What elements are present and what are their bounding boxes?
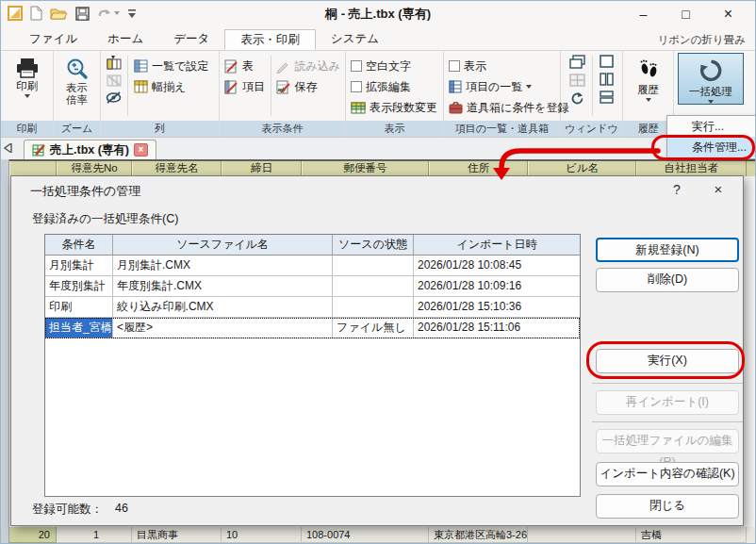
view-cond-save-button[interactable]: 保存 <box>273 76 343 97</box>
open-file-icon[interactable] <box>50 7 68 20</box>
view-cond-table-button[interactable]: 表 <box>222 56 268 76</box>
item-list-button[interactable]: 項目の一覧 <box>446 76 572 97</box>
tile-windows-icon[interactable] <box>569 74 585 87</box>
ribbon-collapse-button[interactable]: リボンの折り畳み <box>657 33 746 47</box>
delete-column-icon[interactable] <box>107 74 122 87</box>
cascade-windows-icon[interactable] <box>569 55 585 69</box>
cell-address[interactable]: 東京都港区高輪3-26 <box>429 527 528 543</box>
cell-source-file[interactable]: 月別集計.CMX <box>113 256 333 275</box>
tab-data[interactable]: データ <box>158 29 224 50</box>
insert-column-icon[interactable] <box>107 56 122 70</box>
cell-condition-name[interactable]: 月別集計 <box>45 256 113 275</box>
zoom-ratio-button[interactable]: 表示倍率 <box>56 53 98 107</box>
header-condition-name[interactable]: 条件名 <box>45 235 113 255</box>
menu-item-condition-manage[interactable]: 条件管理... <box>667 137 756 157</box>
cell-import-time[interactable]: 2026/01/28 10:09:16 <box>414 276 580 296</box>
header-import-time[interactable]: インポート日時 <box>414 235 580 255</box>
maximize-window-icon[interactable] <box>600 55 614 68</box>
new-register-button[interactable]: 新規登録(N) <box>596 238 739 262</box>
close-button[interactable]: × <box>707 1 749 27</box>
cell-condition-name[interactable]: 担当者_宮橋 <box>45 318 113 338</box>
tab-home[interactable]: ホーム <box>92 29 158 50</box>
extended-edit-checkbox[interactable]: 拡張編集 <box>348 76 440 97</box>
dialog-close-button[interactable]: × <box>707 180 730 199</box>
cell-customer-name[interactable]: 目黒商事 <box>132 527 222 543</box>
tab-system[interactable]: システム <box>316 29 394 50</box>
confirm-import-button[interactable]: インポート内容の確認(K) <box>596 462 739 486</box>
delete-button[interactable]: 削除(D) <box>596 268 739 292</box>
column-header-rep[interactable]: 自社担当者 <box>636 161 747 176</box>
cell-source-file[interactable]: 年度別集計.CMX <box>113 276 333 296</box>
quick-access-customize-icon[interactable] <box>127 8 137 19</box>
cell-condition-name[interactable]: 年度別集計 <box>45 276 113 296</box>
tab-view-print[interactable]: 表示・印刷 <box>224 29 316 50</box>
table-row[interactable]: 20 1 目黒商事 10 108-0074 東京都港区高輪3-26 吉橋 <box>9 527 755 543</box>
cell-source-file[interactable]: 絞り込み印刷.CMX <box>113 297 333 317</box>
cell-import-time[interactable]: 2026/01/28 15:10:36 <box>414 297 580 317</box>
column-header-closing-day[interactable]: 締日 <box>222 161 302 176</box>
cell-condition-name[interactable]: 印刷 <box>45 297 113 317</box>
dialog-help-button[interactable]: ? <box>666 180 688 199</box>
align-width-button[interactable]: 幅揃え <box>131 76 211 97</box>
blank-char-checkbox[interactable]: 空白文字 <box>348 56 440 76</box>
item-list-show-checkbox-box[interactable] <box>449 60 460 72</box>
register-toolbox-button[interactable]: 道具箱に条件を登録 <box>446 97 572 118</box>
column-header-address[interactable]: 住所 <box>429 161 528 176</box>
column-header-postal-code[interactable]: 郵便番号 <box>302 161 429 176</box>
cell-building[interactable] <box>528 527 636 543</box>
print-dropdown-caret[interactable] <box>25 94 30 98</box>
blank-char-checkbox-box[interactable] <box>351 60 362 72</box>
item-list-show-checkbox[interactable]: 表示 <box>446 56 572 76</box>
edit-batch-file-button[interactable]: 一括処理ファイルの編集(R) <box>596 429 739 453</box>
history-button[interactable]: 履歴 <box>625 53 671 102</box>
undo-dropdown-caret[interactable] <box>114 11 120 15</box>
cell-import-time[interactable]: 2026/01/28 15:11:06 <box>414 318 580 338</box>
print-button[interactable]: 印刷 <box>3 53 51 98</box>
split-horizontal-icon[interactable] <box>600 91 614 104</box>
set-by-list-button[interactable]: 一覧で設定 <box>131 56 211 76</box>
extended-edit-checkbox-box[interactable] <box>351 81 362 92</box>
cell-source-status[interactable] <box>333 256 414 275</box>
cell-source-status[interactable] <box>333 276 414 296</box>
cell-source-status[interactable] <box>333 297 414 317</box>
refresh-icon[interactable] <box>569 91 585 106</box>
view-cond-load-button[interactable]: 読み込み <box>273 56 343 76</box>
batch-process-button[interactable]: 一括処理 <box>678 53 744 105</box>
cell-import-time[interactable]: 2026/01/28 10:08:45 <box>414 256 580 275</box>
batch-dropdown-caret[interactable] <box>708 100 714 104</box>
cell-customer-no[interactable]: 1 <box>57 527 132 543</box>
cell-source-file[interactable]: <履歴> <box>113 318 333 338</box>
cell-rep[interactable]: 吉橋 <box>636 527 747 543</box>
dialog-close-action-button[interactable]: 閉じる <box>596 494 739 519</box>
document-tab-close-icon[interactable]: × <box>134 143 148 157</box>
tab-scroll-left-icon[interactable] <box>4 143 12 153</box>
cell-postal-code[interactable]: 108-0074 <box>302 527 429 543</box>
condition-row-print[interactable]: 印刷 絞り込み印刷.CMX 2026/01/28 15:10:36 <box>45 297 580 318</box>
column-header-customer-no[interactable]: 得意先No <box>57 161 132 176</box>
condition-row-selected[interactable]: 担当者_宮橋 <履歴> ファイル無し 2026/01/28 15:11:06 <box>45 318 580 338</box>
column-header-customer-name[interactable]: 得意先名 <box>132 161 222 176</box>
condition-row-yearly[interactable]: 年度別集計 年度別集計.CMX 2026/01/28 10:09:16 <box>45 276 580 297</box>
row-count-change-button[interactable]: 表示段数変更 <box>348 97 440 118</box>
header-source-file[interactable]: ソースファイル名 <box>113 235 333 255</box>
reimport-button[interactable]: 再インポート(I) <box>596 390 739 415</box>
history-dropdown-caret[interactable] <box>646 98 651 102</box>
condition-row-monthly[interactable]: 月別集計 月別集計.CMX 2026/01/28 10:08:45 <box>45 256 580 276</box>
cell-source-status[interactable]: ファイル無し <box>333 318 414 338</box>
maximize-button[interactable]: □ <box>665 1 707 27</box>
menu-item-execute[interactable]: 実行... <box>667 116 756 137</box>
item-list-dropdown-caret[interactable] <box>526 85 532 89</box>
column-header-building[interactable]: ビル名 <box>528 161 636 176</box>
view-cond-item-button[interactable]: 項目 <box>222 76 268 97</box>
save-icon[interactable] <box>75 7 90 21</box>
minimize-button[interactable]: – <box>622 1 665 27</box>
document-tab-sales[interactable]: 売上.tbx (専有) × <box>24 140 156 159</box>
header-source-status[interactable]: ソースの状態 <box>333 235 414 255</box>
execute-button[interactable]: 実行(X) <box>596 349 739 373</box>
tab-file[interactable]: ファイル <box>14 29 92 50</box>
undo-icon[interactable] <box>97 8 120 19</box>
new-file-icon[interactable] <box>30 6 42 21</box>
split-vertical-icon[interactable] <box>600 73 614 86</box>
cell-closing-day[interactable]: 10 <box>222 527 302 543</box>
hide-column-eye-slash-icon[interactable] <box>106 91 122 104</box>
